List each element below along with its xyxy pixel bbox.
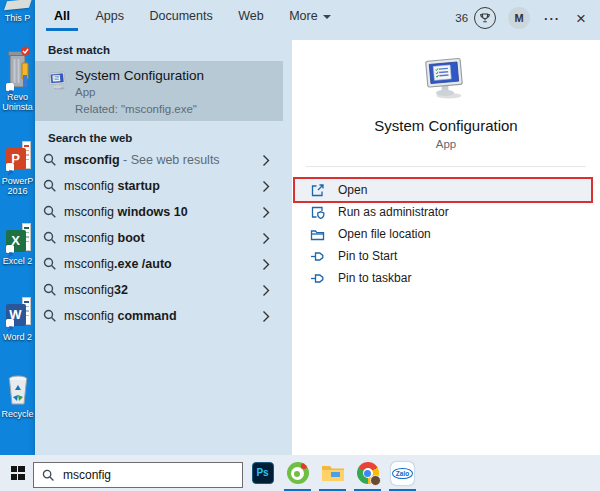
search-icon — [43, 205, 57, 219]
action-open-file-location[interactable]: Open file location — [292, 223, 600, 245]
system-configuration-icon — [423, 56, 469, 102]
desktop-icon-label: PowerP — [0, 176, 35, 186]
chrome-profile-avatar — [370, 475, 381, 486]
folder-icon — [310, 227, 325, 242]
admin-shield-icon — [310, 205, 325, 220]
chevron-right-icon — [262, 180, 270, 193]
close-icon[interactable]: × — [576, 10, 586, 27]
tab-web[interactable]: Web — [230, 9, 271, 28]
tab-documents[interactable]: Documents — [141, 9, 220, 28]
search-tab-bar: All Apps Documents Web More 36 M ··· × — [35, 0, 600, 40]
zalo-icon: Zalo — [391, 462, 414, 485]
tab-more[interactable]: More — [281, 9, 338, 28]
best-match-type: App — [75, 86, 95, 98]
suggestion-row[interactable]: msconfig boot — [35, 225, 292, 251]
chevron-right-icon — [262, 206, 270, 219]
desktop-icon-revo-uninstaller[interactable]: Revo Uninsta — [0, 45, 35, 112]
taskbar-item-coccoc[interactable] — [280, 455, 315, 491]
file-explorer-icon — [321, 463, 345, 483]
suggestion-row[interactable]: msconfig32 — [35, 277, 292, 303]
excel-icon: X — [5, 222, 31, 254]
search-icon — [42, 469, 55, 482]
web-suggestions-list: msconfig - See web results msconfig star… — [35, 147, 292, 329]
taskbar-item-photoshop[interactable]: Ps — [245, 455, 280, 491]
chevron-right-icon — [262, 258, 270, 271]
coccoc-browser-icon — [287, 462, 309, 484]
tab-apps[interactable]: Apps — [87, 9, 132, 28]
desktop-icon-label: This P — [0, 13, 35, 23]
taskbar-app-icons: Ps Zalo — [245, 455, 420, 491]
pin-icon — [310, 271, 325, 286]
chevron-right-icon — [262, 310, 270, 323]
action-open[interactable]: Open — [292, 179, 600, 201]
search-icon — [43, 231, 57, 245]
recycle-bin-icon — [5, 372, 31, 407]
suggestion-row[interactable]: msconfig command — [35, 303, 292, 329]
desktop-icon-powerpoint[interactable]: P PowerP 2016 — [0, 140, 35, 196]
start-button[interactable] — [0, 455, 35, 491]
search-icon — [43, 257, 57, 271]
search-icon — [43, 283, 57, 297]
search-flyout: All Apps Documents Web More 36 M ··· × — [35, 0, 600, 455]
detail-subtitle: App — [292, 138, 600, 150]
best-match-result[interactable]: System Configuration App Related: "mscon… — [35, 61, 283, 121]
action-pin-to-taskbar[interactable]: Pin to taskbar — [292, 267, 600, 289]
suggestion-row[interactable]: msconfig windows 10 — [35, 199, 292, 225]
chevron-right-icon — [262, 284, 270, 297]
windows-logo-icon — [11, 466, 25, 480]
action-run-as-administrator[interactable]: Run as administrator — [292, 201, 600, 223]
suggestion-row[interactable]: msconfig startup — [35, 173, 292, 199]
suggestion-row[interactable]: msconfig.exe /auto — [35, 251, 292, 277]
best-match-title: System Configuration — [75, 68, 204, 83]
taskbar-item-chrome[interactable] — [350, 455, 385, 491]
desktop-icon-excel[interactable]: X Excel 2 — [0, 222, 35, 266]
shortcut-arrow-icon — [6, 163, 14, 171]
user-avatar[interactable]: M — [508, 7, 530, 29]
chevron-right-icon — [262, 154, 270, 167]
action-pin-to-start[interactable]: Pin to Start — [292, 245, 600, 267]
search-icon — [43, 179, 57, 193]
shortcut-arrow-icon — [6, 83, 14, 91]
divider — [306, 166, 586, 167]
powerpoint-icon: P — [5, 140, 31, 172]
open-icon — [310, 183, 325, 198]
chevron-right-icon — [262, 232, 270, 245]
word-icon: W — [5, 296, 31, 328]
suggestion-row[interactable]: msconfig - See web results — [35, 147, 292, 173]
system-configuration-icon — [48, 71, 68, 91]
taskbar-item-file-explorer[interactable] — [315, 455, 350, 491]
more-options-icon[interactable]: ··· — [544, 11, 560, 26]
desktop-icon-label: Word 2 — [0, 332, 35, 342]
rewards-points: 36 — [455, 12, 468, 24]
desktop-icon-label: Recycle — [0, 409, 35, 419]
screen: This P Revo Uninsta — [0, 0, 600, 491]
desktop-icon-word[interactable]: W Word 2 — [0, 296, 35, 342]
search-icon — [43, 153, 57, 167]
rewards-trophy-icon[interactable] — [474, 7, 496, 29]
taskbar: msconfig Ps Zalo — [0, 455, 600, 491]
photoshop-icon: Ps — [252, 462, 274, 484]
shortcut-arrow-icon — [6, 245, 14, 253]
tab-all[interactable]: All — [46, 9, 78, 31]
desktop-icon-label: Uninsta — [0, 102, 35, 112]
revo-uninstaller-icon — [5, 45, 31, 92]
actions-list: Open Run as administrator Open file loca… — [292, 179, 600, 289]
pin-icon — [310, 249, 325, 264]
this-pc-icon — [3, 0, 31, 10]
desktop-icon-recycle-bin[interactable]: Recycle — [0, 372, 35, 419]
chevron-down-icon — [323, 15, 331, 19]
results-pane: Best match System Configuration App Rela… — [35, 40, 292, 455]
search-icon — [43, 309, 57, 323]
shortcut-arrow-icon — [6, 319, 14, 327]
taskbar-item-zalo[interactable]: Zalo — [385, 455, 420, 491]
best-match-related: Related: "msconfig.exe" — [75, 103, 197, 115]
detail-pane: System Configuration App Open Run — [292, 40, 600, 455]
taskbar-search-box[interactable]: msconfig — [33, 462, 243, 488]
search-web-header: Search the web — [48, 132, 292, 144]
desktop-icon-label: 2016 — [0, 186, 35, 196]
taskbar-search-value: msconfig — [63, 468, 111, 482]
desktop-icon-this-pc[interactable]: This P — [0, 0, 35, 23]
detail-title: System Configuration — [292, 117, 600, 134]
best-match-header: Best match — [48, 44, 292, 56]
